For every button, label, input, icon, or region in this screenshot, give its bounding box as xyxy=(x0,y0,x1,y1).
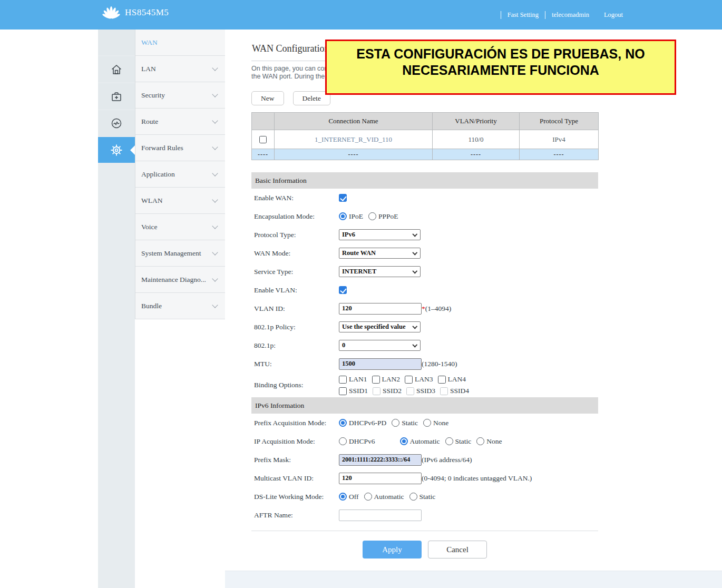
chevron-down-icon xyxy=(412,268,417,273)
apply-button[interactable]: Apply xyxy=(363,541,422,558)
prefix-acquisition-row: Prefix Acquisition Mode: DHCPv6-PD Stati… xyxy=(251,414,598,432)
encapsulation-mode-row: Encapsulation Mode: IPoE PPPoE xyxy=(251,207,598,226)
sidebar-item-label: LAN xyxy=(141,65,156,73)
aftr-name-row: AFTR Name: xyxy=(251,506,598,524)
lan1-checkbox[interactable] xyxy=(339,376,347,384)
sidebar-item-maintenance-diagnose[interactable]: Maintenance Diagno... xyxy=(135,267,225,293)
service-type-selected-value: INTERNET xyxy=(342,268,376,276)
lan3-checkbox[interactable] xyxy=(405,376,413,384)
rail-item-home[interactable] xyxy=(98,56,135,82)
nav-separator xyxy=(545,11,545,19)
enable-wan-checkbox[interactable] xyxy=(339,194,347,202)
table-header-row: Connection Name VLAN/Priority Protocol T… xyxy=(252,113,599,130)
settings-gear-icon xyxy=(110,143,123,157)
multicast-vlan-label: Multicast VLAN ID: xyxy=(254,474,339,483)
dhcpv6-radio-label: DHCPv6 xyxy=(349,437,375,446)
protocol-type-selected-value: IPv6 xyxy=(342,231,355,239)
multicast-vlan-hint: (0-4094; 0 indicates untagged VLAN.) xyxy=(422,474,532,483)
multicast-vlan-input[interactable] xyxy=(339,473,422,484)
sidebar-item-label: Voice xyxy=(141,223,158,231)
8021p-row: 802.1p: 0 xyxy=(251,336,598,355)
sidebar-item-label: WAN xyxy=(141,38,158,47)
sidebar-item-security[interactable]: Security xyxy=(135,82,225,109)
sidebar-item-wan[interactable]: WAN xyxy=(135,30,225,56)
ipoe-radio[interactable] xyxy=(339,212,347,220)
test-warning-annotation: ESTA CONFIGURACIÓN ES DE PRUEBAS, NO NEC… xyxy=(325,40,676,95)
basic-information-section-header: Basic Information xyxy=(251,172,598,189)
rail-item-services[interactable] xyxy=(98,83,135,109)
sidebar-item-voice[interactable]: Voice xyxy=(135,214,225,240)
page-footer-strip xyxy=(225,571,722,588)
vlan-id-row: VLAN ID: *(1–4094) xyxy=(251,299,598,318)
ip-none-radio[interactable] xyxy=(476,437,484,445)
wan-mode-select[interactable]: Route WAN xyxy=(339,248,421,259)
sidebar-item-label: System Management xyxy=(141,249,201,258)
row-select-checkbox[interactable] xyxy=(259,136,267,143)
ipv6-information-section-header: IPv6 Information xyxy=(251,397,598,414)
service-type-label: Service Type: xyxy=(254,268,339,276)
encapsulation-mode-label: Encapsulation Mode: xyxy=(254,212,339,221)
ip-automatic-radio-label: Automatic xyxy=(410,437,440,446)
chevron-down-icon xyxy=(212,117,218,123)
vlan-id-hint: (1–4094) xyxy=(425,305,452,312)
lan4-label: LAN4 xyxy=(448,375,466,384)
sidebar-item-application[interactable]: Application xyxy=(135,161,225,188)
connection-name-link[interactable]: 1_INTERNET_R_VID_110 xyxy=(315,135,392,143)
chevron-down-icon xyxy=(412,342,417,347)
prefix-static-radio[interactable] xyxy=(392,419,399,427)
form-actions: Apply Cancel xyxy=(251,541,598,558)
sidebar-item-wlan[interactable]: WLAN xyxy=(135,188,225,214)
ssid1-checkbox[interactable] xyxy=(339,387,347,395)
ssid2-checkbox xyxy=(373,387,380,395)
ds-lite-static-radio-label: Static xyxy=(419,493,436,501)
rail-item-diagnostics[interactable] xyxy=(98,110,135,136)
8021p-policy-row: 802.1p Policy: Use the specified value xyxy=(251,318,598,336)
nav-separator xyxy=(501,11,501,19)
sidebar-item-route[interactable]: Route xyxy=(135,109,225,135)
aftr-name-input[interactable] xyxy=(339,509,422,521)
sidebar-item-forward-rules[interactable]: Forward Rules xyxy=(135,135,225,161)
enable-vlan-checkbox[interactable] xyxy=(339,286,347,294)
ip-automatic-radio[interactable] xyxy=(400,437,408,445)
new-button[interactable]: New xyxy=(251,91,284,105)
vlan-id-input[interactable] xyxy=(339,303,422,315)
8021p-policy-select[interactable]: Use the specified value xyxy=(339,321,421,332)
sidebar-item-bundle[interactable]: Bundle xyxy=(135,293,225,319)
multicast-vlan-row: Multicast VLAN ID: (0-4094; 0 indicates … xyxy=(251,469,598,487)
prefix-mask-input[interactable] xyxy=(339,454,422,466)
logout-link[interactable]: Logout xyxy=(604,11,623,19)
chevron-down-icon xyxy=(412,231,417,236)
8021p-policy-label: 802.1p Policy: xyxy=(254,323,339,331)
enable-vlan-row: Enable VLAN: xyxy=(251,281,598,299)
lan4-checkbox[interactable] xyxy=(438,376,446,384)
dhcpv6-pd-radio[interactable] xyxy=(339,419,347,427)
ds-lite-automatic-radio[interactable] xyxy=(364,493,372,501)
sidebar-item-system-management[interactable]: System Management xyxy=(135,240,225,267)
required-asterisk: * xyxy=(422,305,425,312)
brand-area: HS8545M5 xyxy=(101,4,169,21)
dhcpv6-radio[interactable] xyxy=(339,437,347,445)
sidebar-item-lan[interactable]: LAN xyxy=(135,56,225,82)
pppoe-radio[interactable] xyxy=(368,212,376,220)
prefix-none-radio[interactable] xyxy=(423,419,431,427)
ds-lite-static-radio[interactable] xyxy=(409,493,417,501)
mtu-row: MTU: (1280-1540) xyxy=(251,355,598,373)
table-row-selected-placeholder[interactable]: ---- ---- ---- ---- xyxy=(252,149,599,160)
protocol-type-select[interactable]: IPv6 xyxy=(339,229,421,240)
chevron-down-icon xyxy=(212,276,218,281)
service-type-select[interactable]: INTERNET xyxy=(339,266,421,277)
binding-options-row: Binding Options: LAN1 LAN2 LAN3 LAN4 SSI… xyxy=(251,373,598,397)
rail-item-settings-active[interactable] xyxy=(98,137,135,163)
chevron-down-icon xyxy=(212,302,218,308)
ssid2-label: SSID2 xyxy=(383,387,402,395)
8021p-select[interactable]: 0 xyxy=(339,340,421,351)
ip-static-radio[interactable] xyxy=(445,437,453,445)
ipoe-radio-label: IPoE xyxy=(349,212,363,221)
mtu-input[interactable] xyxy=(339,358,422,370)
chevron-down-icon xyxy=(412,324,417,328)
8021p-policy-selected-value: Use the specified value xyxy=(342,323,405,331)
ds-lite-off-radio[interactable] xyxy=(339,493,347,501)
lan2-checkbox[interactable] xyxy=(372,376,380,384)
cancel-button[interactable]: Cancel xyxy=(428,541,487,558)
fast-setting-link[interactable]: Fast Setting xyxy=(508,11,539,19)
